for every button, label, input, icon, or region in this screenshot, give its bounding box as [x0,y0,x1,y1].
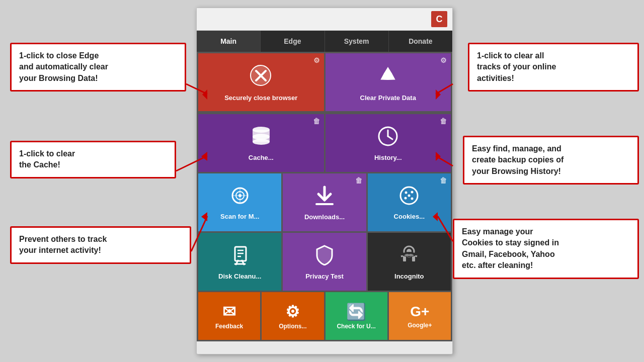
update-icon: 🔄 [346,304,366,320]
database-icon [251,126,271,150]
svg-rect-34 [412,256,415,261]
trash-icon: 🗑 [313,117,320,125]
tile-downloads[interactable]: 🗑 Downloads... [283,173,366,231]
settings-icon: ⚙ [440,56,447,64]
trash-icon: 🗑 [440,117,447,125]
annotation-bot-left: Prevent others to trackyour internet act… [10,226,191,264]
settings-icon: ⚙ [313,56,320,64]
tile-row-1: ⚙ Securely close browser ⚙ Clear Private… [197,52,452,113]
svg-point-15 [238,194,242,197]
app-window: C Main Edge System Donate ⚙ Securely clo… [196,8,453,354]
tile-google-plus[interactable]: G+ Google+ [389,292,451,340]
tab-main[interactable]: Main [197,31,261,52]
close-button[interactable]: C [431,11,447,27]
tile-check-update[interactable]: 🔄 Check for U... [326,292,387,340]
tile-label: Cache... [249,154,274,161]
cookie-icon [399,186,419,209]
tile-incognito[interactable]: Incognito [368,233,451,291]
close-icon [250,64,272,90]
svg-point-22 [411,198,414,200]
annotation-top-right: 1-click to clear alltracks of your onlin… [468,43,639,92]
tile-label: Check for U... [337,323,375,330]
tile-label: Downloads... [304,213,345,221]
nav-tabs: Main Edge System Donate [197,31,452,52]
tile-label: Scan for M... [220,213,259,220]
tile-feedback[interactable]: ✉ Feedback [198,292,260,340]
annotation-mid-right: Easy find, manage, andcreate backup copi… [463,136,639,185]
tile-label: Securely close browser [224,94,297,102]
svg-point-21 [405,197,407,200]
svg-point-23 [408,195,411,197]
annotation-bot-right: Easy manage yourCookies to stay signed i… [453,219,639,279]
annotation-top-left: 1-click to close Edgeand automatically c… [10,43,186,92]
tile-row-4: Disk Cleanu... Privacy Test [197,233,452,292]
tile-row-2: 🗑 Cache... 🗑 Histo [197,113,452,173]
tile-row-3: Scan for M... 🗑 Downloads... 🗑 [197,173,452,233]
title-bar: C [197,8,452,31]
tab-system[interactable]: System [325,31,389,52]
tile-label: Disk Cleanu... [218,273,261,280]
tile-cache[interactable]: 🗑 Cache... [198,114,324,172]
tile-disk-cleanup[interactable]: Disk Cleanu... [198,233,281,291]
gplus-icon: G+ [410,305,429,319]
download-icon [314,185,335,209]
recycle-icon [377,64,399,90]
tile-row-5: ✉ Feedback ⚙ Options... 🔄 Check for U...… [197,292,452,341]
tile-label: Options... [279,323,306,330]
trash-icon: 🗑 [440,176,447,185]
tile-label: Clear Private Data [360,94,416,102]
tile-options[interactable]: ⚙ Options... [262,292,324,340]
tile-label: Google+ [408,322,432,329]
tile-privacy-test[interactable]: Privacy Test [283,233,366,291]
tile-securely-close[interactable]: ⚙ Securely close browser [198,53,324,111]
svg-point-19 [405,192,408,194]
tile-scan[interactable]: Scan for M... [198,173,281,231]
tile-label: Feedback [215,323,243,330]
svg-rect-33 [403,256,406,261]
tab-donate[interactable]: Donate [389,31,452,52]
tile-label: Incognito [394,273,424,280]
cleanup-icon [230,244,250,268]
tile-label: Privacy Test [305,273,344,280]
annotation-mid-left: 1-click to clearthe Cache! [10,141,176,178]
envelope-icon: ✉ [222,304,236,320]
tile-history[interactable]: 🗑 History... [326,114,451,172]
scan-icon [230,186,250,209]
tile-clear-private-data[interactable]: ⚙ Clear Private Data [326,53,451,111]
svg-point-7 [253,139,270,145]
svg-line-10 [388,136,392,139]
clock-icon [377,126,398,150]
svg-point-20 [411,191,414,194]
gear-icon: ⚙ [285,304,300,320]
shield-icon [314,244,335,268]
trash-icon: 🗑 [355,176,362,185]
tile-label: Cookies... [394,213,425,220]
tile-cookies[interactable]: 🗑 Cookies... [368,173,451,231]
tile-label: History... [374,154,402,161]
incognito-icon [399,244,419,268]
tab-edge[interactable]: Edge [261,31,325,52]
